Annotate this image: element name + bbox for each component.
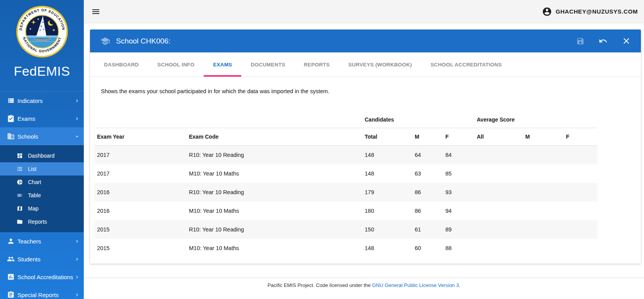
main-content: School CHK006: DASHBOARD SCHOOL INFO EXA… [84, 23, 644, 299]
table-row: 2015 M10: Year 10 Maths 148 60 88 [95, 239, 597, 257]
chevron-right-icon [74, 238, 80, 244]
submenu-item-map[interactable]: Map [0, 202, 84, 215]
group-header-average-score: Average Score [474, 100, 597, 128]
cell-avg-f [564, 183, 597, 202]
cell-avg-all [474, 146, 523, 165]
chevron-right-icon [74, 274, 80, 280]
cell-avg-m [523, 183, 564, 202]
tab-surveys-workbook[interactable]: SURVEYS (WORKBOOK) [339, 52, 421, 76]
chevron-right-icon [74, 256, 80, 262]
table-icon [17, 192, 23, 198]
submenu-item-label: Map [28, 205, 38, 212]
bulleted-list-icon [17, 166, 23, 172]
cell-avg-f [564, 146, 597, 165]
table-row: 2016 R10: Year 10 Reading 179 86 93 [95, 183, 597, 202]
page-footer: Pacific EMIS Project. Code licensed unde… [84, 278, 644, 288]
school-tabs: DASHBOARD SCHOOL INFO EXAMS DOCUMENTS RE… [90, 52, 641, 77]
cell-exam-code: R10: Year 10 Reading [187, 220, 362, 239]
cell-total: 180 [362, 202, 412, 220]
user-account-button[interactable]: GHACHEY@NUZUSYS.COM [542, 7, 638, 17]
view-list-icon [7, 97, 15, 104]
sidebar-item-label: School Accreditations [17, 274, 74, 280]
cell-exam-year: 2017 [95, 146, 187, 165]
sidebar-item-teachers[interactable]: Teachers [0, 232, 84, 250]
submenu-item-label: Table [28, 192, 41, 198]
account-circle-icon [542, 7, 552, 17]
school-card-title: School CHK006: [116, 37, 170, 45]
undo-icon[interactable] [599, 37, 608, 45]
cell-avg-all [474, 202, 523, 220]
cell-exam-code: M10: Year 10 Maths [187, 202, 362, 220]
exams-table: Candidates Average Score Exam Year Exam … [95, 100, 597, 257]
folder-icon [17, 219, 23, 225]
submenu-item-chart[interactable]: Chart [0, 176, 84, 189]
col-header-exam-year: Exam Year [95, 128, 187, 146]
submenu-item-dashboard[interactable]: Dashboard [0, 149, 84, 162]
department-seal-logo: DEPARTMENT OF EDUCATION NATIONAL GOVERNM… [0, 0, 84, 58]
tab-dashboard[interactable]: DASHBOARD [95, 52, 148, 76]
tab-exams[interactable]: EXAMS [204, 52, 241, 76]
close-icon[interactable] [621, 36, 631, 46]
sidebar-item-students[interactable]: Students [0, 250, 84, 268]
sidebar-item-indicators[interactable]: Indicators [0, 92, 84, 110]
cell-total: 179 [362, 183, 412, 202]
sidebar-item-schools[interactable]: Schools [0, 127, 84, 145]
col-header-avg-m: M [523, 128, 564, 146]
submenu-item-label: List [28, 166, 36, 172]
col-header-all: All [474, 128, 523, 146]
pie-chart-icon [17, 179, 23, 185]
cell-avg-m [523, 239, 564, 257]
chevron-right-icon [74, 292, 80, 298]
submenu-item-label: Reports [28, 219, 47, 225]
gnu-license-link[interactable]: GNU General Public License Version 3 [372, 282, 459, 288]
tab-reports[interactable]: REPORTS [294, 52, 339, 76]
menu-hamburger-icon[interactable] [91, 7, 100, 16]
chevron-right-icon [74, 116, 80, 122]
submenu-item-reports[interactable]: Reports [0, 215, 84, 228]
map-icon [17, 205, 23, 212]
col-header-exam-code: Exam Code [187, 128, 362, 146]
submenu-item-list[interactable]: List [0, 162, 84, 176]
clipboard-check-icon [7, 115, 15, 122]
tab-school-accreditations[interactable]: SCHOOL ACCREDITATIONS [421, 52, 511, 76]
sidebar-item-exams[interactable]: Exams [0, 110, 84, 127]
people-icon [7, 255, 15, 263]
cell-candidates-m: 86 [412, 183, 443, 202]
card-actions [562, 36, 631, 46]
cell-avg-f [564, 220, 597, 239]
save-icon[interactable] [576, 37, 585, 45]
chevron-right-icon [74, 98, 80, 104]
col-header-avg-f: F [564, 128, 597, 146]
sidebar-item-label: Exams [17, 115, 74, 122]
cell-total: 148 [362, 146, 412, 165]
sidebar-item-label: Schools [17, 133, 74, 140]
school-card-header: School CHK006: [90, 30, 641, 52]
sidebar-nav: Indicators Exams Schools [0, 91, 84, 299]
cell-avg-all [474, 239, 523, 257]
cell-candidates-f: 89 [443, 220, 474, 239]
submenu-item-table[interactable]: Table [0, 189, 84, 202]
exams-table-wrap: Candidates Average Score Exam Year Exam … [95, 100, 597, 257]
sidebar-item-school-accreditations[interactable]: School Accreditations [0, 268, 84, 286]
footer-text: Pacific EMIS Project. Code licensed unde… [267, 282, 372, 288]
graduation-cap-icon [100, 36, 110, 46]
cell-avg-m [523, 202, 564, 220]
cell-exam-code: M10: Year 10 Maths [187, 164, 362, 183]
tab-documents[interactable]: DOCUMENTS [241, 52, 294, 76]
exams-description: Shows the exams your school participated… [90, 83, 641, 95]
sidebar-item-special-reports[interactable]: Special Reports [0, 286, 84, 299]
school-card: School CHK006: DASHBOARD SCHOOL INFO EXA… [90, 30, 641, 264]
tab-school-info[interactable]: SCHOOL INFO [148, 52, 204, 76]
table-header-row: Exam Year Exam Code Total M F All M F [95, 128, 597, 146]
sidebar: DEPARTMENT OF EDUCATION NATIONAL GOVERNM… [0, 0, 84, 299]
sidebar-item-label: Indicators [17, 97, 74, 104]
table-row: 2016 M10: Year 10 Maths 180 86 94 [95, 202, 597, 220]
cell-exam-code: M10: Year 10 Maths [187, 239, 362, 257]
cell-exam-year: 2016 [95, 183, 187, 202]
cell-total: 148 [362, 239, 412, 257]
table-row: 2017 R10: Year 10 Reading 148 64 84 [95, 146, 597, 165]
cell-candidates-m: 64 [412, 146, 443, 165]
cell-candidates-f: 85 [443, 164, 474, 183]
sidebar-item-label: Special Reports [17, 292, 74, 298]
app-title: FedEMIS [0, 64, 84, 79]
